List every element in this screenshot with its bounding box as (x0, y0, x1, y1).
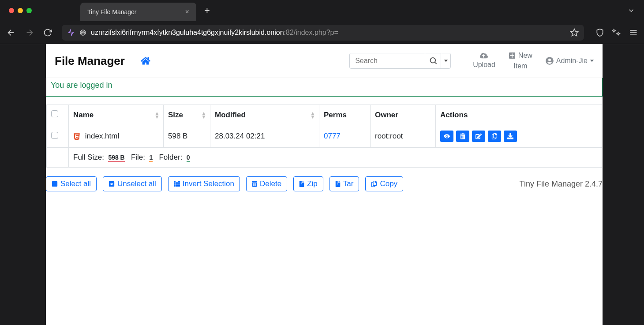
file-table: Name▲▼ Size▲▼ Modified▲▼ Perms Owner Act… (46, 105, 602, 168)
close-tab-icon[interactable]: × (185, 8, 189, 16)
copy-button[interactable] (488, 131, 501, 142)
traffic-lights (9, 8, 32, 13)
reload-button[interactable] (43, 28, 54, 37)
user-name: Admin-Jie (556, 56, 588, 66)
address-bar[interactable]: uznrzifslxi6rifrnyrm4xfytkn3guluha4tg6gx… (62, 25, 584, 41)
edit-button[interactable] (472, 131, 485, 142)
summary-full-size-label: Full Size: (73, 153, 104, 161)
back-button[interactable] (6, 28, 17, 37)
html-file-icon (73, 133, 80, 141)
copy-label: Copy (380, 179, 397, 188)
file-name[interactable]: index.html (85, 132, 119, 140)
tab-bar: Tiny File Manager × + (80, 0, 210, 21)
brand-title[interactable]: File Manager (55, 54, 125, 68)
svg-marker-9 (444, 60, 448, 62)
new-item-label-1: New (518, 50, 532, 61)
col-modified[interactable]: Modified (215, 111, 246, 119)
file-owner: root:root (371, 125, 436, 148)
summary-folder-label: Folder: (159, 153, 182, 161)
user-circle-icon (546, 57, 554, 65)
select-all-label: Select all (60, 179, 91, 188)
invert-label: Invert Selection (183, 179, 234, 188)
cloud-upload-icon (480, 52, 488, 60)
zip-label: Zip (307, 179, 318, 188)
summary-full-size-value: 598 B (108, 154, 124, 162)
tab-title: Tiny File Manager (87, 8, 137, 15)
user-menu[interactable]: Admin-Jie (546, 56, 594, 66)
search-input[interactable] (350, 53, 425, 68)
select-all-button[interactable]: Select all (46, 176, 97, 191)
login-alert: You are logged in (46, 78, 603, 97)
row-checkbox[interactable] (51, 132, 58, 139)
svg-marker-5 (571, 29, 578, 36)
file-modified: 28.03.24 02:21 (210, 125, 319, 148)
tor-circuit-icon[interactable] (67, 29, 75, 37)
col-actions: Actions (440, 111, 468, 119)
top-navbar: File Manager Upload New (46, 44, 603, 78)
onion-lock-icon[interactable] (79, 29, 86, 36)
bookmark-icon[interactable] (570, 28, 579, 37)
shield-icon[interactable] (595, 28, 604, 37)
new-item-link[interactable]: New Item (509, 50, 532, 71)
tabs-dropdown-icon[interactable] (627, 7, 635, 15)
file-size: 598 B (164, 125, 210, 148)
menu-icon[interactable] (629, 28, 638, 37)
delete-button[interactable] (456, 131, 469, 142)
window-chrome: Tiny File Manager × + (0, 0, 644, 21)
home-icon[interactable] (141, 56, 150, 66)
col-perms: Perms (324, 111, 347, 119)
row-actions (440, 131, 597, 142)
sort-icon[interactable]: ▲▼ (154, 112, 160, 119)
sparkle-icon[interactable] (612, 28, 621, 37)
new-item-label-2: Item (513, 61, 527, 71)
summary-folder-value: 0 (187, 154, 190, 162)
table-row: index.html 598 B 28.03.24 02:21 0777 roo… (47, 125, 602, 148)
sort-icon[interactable]: ▲▼ (201, 112, 206, 119)
unselect-all-button[interactable]: Unselect all (103, 176, 162, 191)
upload-link[interactable]: Upload (473, 52, 495, 70)
svg-point-3 (82, 31, 85, 34)
summary-row: Full Size: 598 B File: 1 Folder: 0 (47, 148, 602, 168)
svg-marker-10 (590, 60, 594, 62)
unselect-all-label: Unselect all (117, 179, 156, 188)
url-bar: uznrzifslxi6rifrnyrm4xfytkn3guluha4tg6gx… (0, 21, 644, 44)
file-perms[interactable]: 0777 (324, 132, 341, 140)
caret-down-icon (590, 59, 594, 63)
summary-file-label: File: (131, 153, 145, 161)
new-tab-button[interactable]: + (204, 5, 210, 16)
close-window-button[interactable] (9, 8, 14, 13)
page-content: File Manager Upload New (46, 44, 603, 325)
summary-file-value: 1 (149, 154, 153, 162)
delete-selected-button[interactable]: Delete (246, 176, 287, 191)
view-button[interactable] (440, 131, 453, 142)
footer-version[interactable]: Tiny File Manager 2.4.7 (520, 179, 603, 189)
plus-square-icon (509, 52, 516, 59)
svg-point-4 (82, 32, 83, 33)
maximize-window-button[interactable] (26, 8, 32, 13)
url-host: uznrzifslxi6rifrnyrm4xfytkn3guluha4tg6gx… (91, 29, 284, 36)
download-button[interactable] (504, 131, 517, 142)
forward-button[interactable] (25, 28, 35, 37)
bulk-actions: Select all Unselect all Invert Selection… (46, 168, 603, 191)
tar-button[interactable]: Tar (329, 176, 359, 191)
tar-label: Tar (343, 179, 354, 188)
svg-point-2 (80, 30, 86, 35)
select-all-checkbox[interactable] (51, 110, 58, 117)
browser-tab[interactable]: Tiny File Manager × (80, 3, 196, 21)
upload-label: Upload (473, 60, 495, 70)
search-group (349, 53, 451, 69)
col-size[interactable]: Size (168, 111, 183, 119)
url-path: :82/index.php?p= (284, 29, 338, 36)
col-owner: Owner (375, 111, 398, 119)
alert-message: You are logged in (51, 81, 112, 90)
zip-button[interactable]: Zip (293, 176, 323, 191)
minimize-window-button[interactable] (18, 8, 23, 13)
delete-label: Delete (260, 179, 281, 188)
invert-selection-button[interactable]: Invert Selection (168, 176, 240, 191)
col-name[interactable]: Name (73, 111, 94, 119)
sort-icon[interactable]: ▲▼ (310, 112, 315, 119)
copy-selected-button[interactable]: Copy (365, 176, 403, 191)
toolbar-icons (595, 28, 638, 37)
search-dropdown-toggle[interactable] (441, 53, 450, 68)
search-button[interactable] (425, 53, 441, 68)
